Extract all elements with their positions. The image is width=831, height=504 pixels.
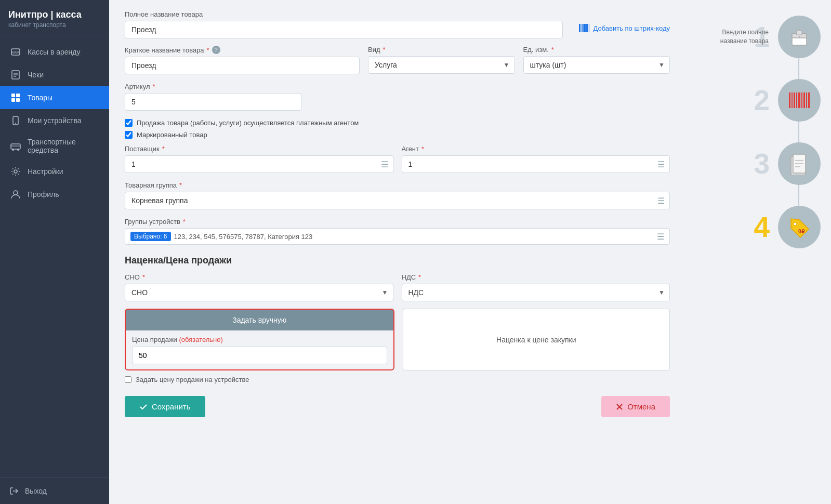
svg-rect-17 bbox=[579, 24, 580, 32]
nds-label: НДС * bbox=[402, 273, 670, 281]
nds-select[interactable]: НДС bbox=[402, 284, 670, 301]
checkbox1-row: Продажа товара (работы, услуги) осуществ… bbox=[125, 119, 670, 127]
agent-input[interactable] bbox=[402, 155, 670, 173]
sidebar-item-profile[interactable]: Профиль bbox=[0, 183, 109, 206]
sidebar-item-devices-label: Мои устройства bbox=[28, 116, 81, 125]
unit-select[interactable]: штука (шт) bbox=[523, 56, 670, 74]
short-name-input[interactable] bbox=[125, 57, 360, 74]
set-price-device-checkbox[interactable] bbox=[125, 376, 131, 383]
grid-icon bbox=[10, 92, 21, 103]
sidebar-item-transport-label: Транспортные средства bbox=[28, 138, 101, 154]
box-icon bbox=[788, 25, 811, 48]
product-group-input[interactable] bbox=[125, 192, 670, 209]
sidebar-item-profile-label: Профиль bbox=[28, 190, 59, 198]
svg-rect-27 bbox=[797, 31, 802, 35]
svg-rect-33 bbox=[798, 92, 800, 108]
supplier-input[interactable] bbox=[125, 155, 393, 173]
device-icon bbox=[10, 115, 21, 126]
main-content: Полное название товара bbox=[109, 0, 831, 504]
cancel-icon bbox=[616, 403, 623, 410]
wizard-step-3-circle bbox=[778, 142, 821, 185]
svg-rect-37 bbox=[808, 92, 810, 108]
svg-point-43 bbox=[794, 222, 797, 226]
device-groups-required: * bbox=[183, 218, 186, 226]
svg-rect-31 bbox=[794, 92, 795, 108]
agent-list-icon[interactable]: ☰ bbox=[657, 160, 665, 169]
checkbox2[interactable] bbox=[125, 131, 133, 139]
svg-rect-23 bbox=[587, 24, 588, 32]
wizard-step-1: 1 Введите полное название товара bbox=[696, 16, 821, 58]
type-required: * bbox=[383, 46, 386, 54]
unit-label: Ед. изм. * bbox=[523, 46, 670, 54]
type-label: Вид * bbox=[368, 46, 515, 54]
full-name-input[interactable] bbox=[125, 21, 563, 38]
svg-rect-34 bbox=[801, 92, 802, 108]
wizard-step-2-circle bbox=[778, 79, 821, 122]
svg-rect-12 bbox=[11, 144, 20, 149]
svg-rect-22 bbox=[586, 24, 587, 32]
bottom-buttons: Сохранить Отмена bbox=[125, 396, 670, 417]
price-label: Цена продажи (обязательно) bbox=[132, 336, 387, 343]
barcode-icon bbox=[578, 24, 590, 32]
info-icon[interactable]: ? bbox=[212, 46, 220, 54]
logout-button[interactable]: Выход bbox=[0, 478, 109, 504]
logout-label: Выход bbox=[25, 487, 47, 495]
receipt-icon bbox=[10, 69, 21, 81]
svg-point-13 bbox=[12, 149, 14, 151]
article-label: Артикул * bbox=[125, 83, 670, 90]
svg-rect-36 bbox=[806, 92, 807, 108]
sidebar-item-tovary[interactable]: Товары bbox=[0, 86, 109, 109]
sno-label: СНО * bbox=[125, 273, 393, 281]
wizard-step-2: 2 bbox=[696, 79, 821, 122]
person-icon bbox=[10, 189, 21, 200]
svg-rect-21 bbox=[584, 24, 586, 32]
sidebar-item-cheki[interactable]: Чеки bbox=[0, 63, 109, 86]
barcode-link[interactable]: Добавить по штрих-коду bbox=[578, 24, 670, 32]
svg-point-11 bbox=[15, 123, 16, 124]
article-input[interactable] bbox=[125, 93, 301, 111]
svg-rect-7 bbox=[16, 94, 20, 97]
wizard-step-4: 4 0₽ bbox=[696, 206, 821, 248]
sidebar-item-kassas-label: Кассы в аренду bbox=[28, 48, 80, 56]
price-required-text: (обязательно) bbox=[179, 336, 222, 343]
svg-text:0₽: 0₽ bbox=[798, 229, 805, 234]
app-title: Инитпро | касса bbox=[8, 9, 101, 20]
sidebar-item-cheki-label: Чеки bbox=[28, 71, 44, 79]
save-button[interactable]: Сохранить bbox=[125, 396, 205, 417]
barcode-link-text: Добавить по штрих-коду bbox=[593, 24, 670, 32]
sidebar-item-settings-label: Настройки bbox=[28, 167, 63, 176]
manual-price-box: Задать вручную Цена продажи (обязательно… bbox=[125, 309, 394, 370]
svg-rect-32 bbox=[796, 92, 797, 108]
sidebar-item-devices[interactable]: Мои устройства bbox=[0, 109, 109, 132]
sidebar-item-tovary-label: Товары bbox=[28, 94, 52, 102]
wizard-step-3-num: 3 bbox=[754, 150, 770, 178]
short-name-label: Краткое название товара * ? bbox=[125, 46, 360, 54]
wizard-step-1-circle bbox=[778, 16, 821, 58]
wizard-step-3: 3 bbox=[696, 142, 821, 185]
wizard-step-4-num: 4 bbox=[754, 213, 770, 242]
device-groups-list-icon[interactable]: ☰ bbox=[657, 232, 664, 242]
section-heading: Наценка/Цена продажи bbox=[125, 255, 670, 266]
svg-rect-35 bbox=[803, 92, 805, 108]
sidebar-item-transport[interactable]: Транспортные средства bbox=[0, 132, 109, 160]
logout-icon bbox=[8, 485, 20, 497]
wizard-panel: 1 Введите полное название товара 2 bbox=[685, 0, 831, 504]
article-required: * bbox=[152, 83, 155, 90]
type-select[interactable]: Услуга bbox=[368, 56, 515, 74]
globe-icon: www bbox=[10, 46, 21, 58]
checkbox1[interactable] bbox=[125, 119, 133, 127]
unit-required: * bbox=[551, 46, 554, 54]
supplier-list-icon[interactable]: ☰ bbox=[381, 160, 388, 169]
price-input[interactable] bbox=[132, 347, 387, 364]
sno-select[interactable]: СНО bbox=[125, 284, 393, 301]
supplier-required: * bbox=[162, 145, 165, 153]
cancel-button[interactable]: Отмена bbox=[601, 396, 670, 417]
product-group-list-icon[interactable]: ☰ bbox=[657, 196, 665, 206]
markup-button[interactable]: Наценка к цене закупки bbox=[403, 309, 670, 370]
sidebar-item-kassas[interactable]: www Кассы в аренду bbox=[0, 41, 109, 63]
svg-rect-6 bbox=[11, 94, 15, 97]
set-price-device-row: Задать цену продажи на устройстве bbox=[125, 376, 670, 383]
wizard-step-2-num: 2 bbox=[754, 86, 770, 115]
manual-price-button[interactable]: Задать вручную bbox=[126, 310, 393, 330]
sidebar-item-settings[interactable]: Настройки bbox=[0, 160, 109, 183]
